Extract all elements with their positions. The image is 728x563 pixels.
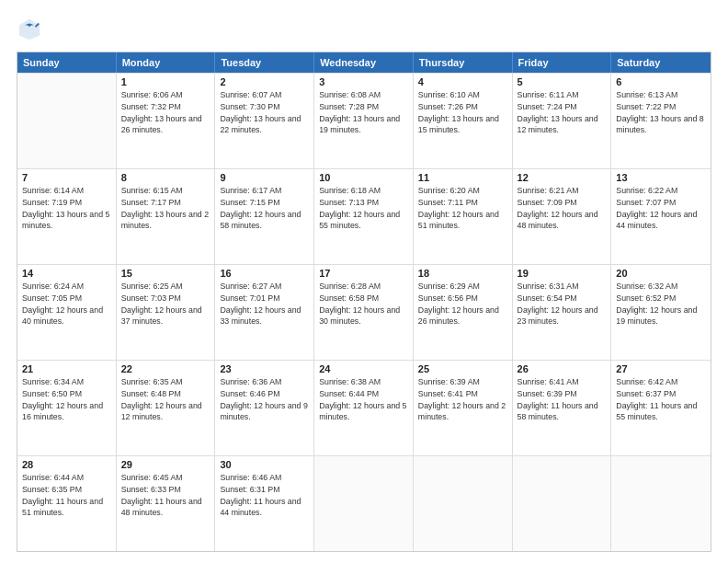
cell-info: Sunrise: 6:21 AMSunset: 7:09 PMDaylight:… <box>518 185 607 232</box>
header-day-thursday: Thursday <box>414 52 513 73</box>
cell-info: Sunrise: 6:10 AMSunset: 7:26 PMDaylight:… <box>418 89 507 136</box>
day-cell-27: 27Sunrise: 6:42 AMSunset: 6:37 PMDayligh… <box>611 361 711 455</box>
cell-info: Sunrise: 6:24 AMSunset: 7:05 PMDaylight:… <box>22 281 111 327</box>
cell-info: Sunrise: 6:22 AMSunset: 7:07 PMDaylight:… <box>616 185 706 232</box>
cell-info: Sunrise: 6:34 AMSunset: 6:50 PMDaylight:… <box>22 376 111 423</box>
day-number: 27 <box>616 363 706 374</box>
cell-info: Sunrise: 6:27 AMSunset: 7:01 PMDaylight:… <box>220 281 309 327</box>
cell-info: Sunrise: 6:39 AMSunset: 6:41 PMDaylight:… <box>418 376 507 423</box>
day-cell-1: 1Sunrise: 6:06 AMSunset: 7:32 PMDaylight… <box>117 74 216 168</box>
header-day-sunday: Sunday <box>17 52 117 73</box>
cell-info: Sunrise: 6:28 AMSunset: 6:58 PMDaylight:… <box>319 281 408 327</box>
cell-info: Sunrise: 6:17 AMSunset: 7:15 PMDaylight:… <box>220 185 309 232</box>
day-number: 22 <box>121 363 210 374</box>
day-number: 15 <box>121 268 210 279</box>
day-number: 2 <box>220 76 309 87</box>
page: SundayMondayTuesdayWednesdayThursdayFrid… <box>0 0 728 563</box>
day-number: 13 <box>616 172 706 183</box>
header-day-tuesday: Tuesday <box>215 52 314 73</box>
day-number: 18 <box>418 268 507 279</box>
calendar-row-5: 28Sunrise: 6:44 AMSunset: 6:35 PMDayligh… <box>17 455 711 551</box>
day-cell-17: 17Sunrise: 6:28 AMSunset: 6:58 PMDayligh… <box>314 265 414 360</box>
day-cell-30: 30Sunrise: 6:46 AMSunset: 6:31 PMDayligh… <box>215 456 314 551</box>
logo <box>17 17 46 42</box>
day-cell-15: 15Sunrise: 6:25 AMSunset: 7:03 PMDayligh… <box>117 265 216 360</box>
day-number: 20 <box>616 268 706 279</box>
empty-cell <box>513 456 612 551</box>
day-cell-20: 20Sunrise: 6:32 AMSunset: 6:52 PMDayligh… <box>611 265 711 360</box>
day-number: 16 <box>220 268 309 279</box>
empty-cell <box>314 456 414 551</box>
cell-info: Sunrise: 6:32 AMSunset: 6:52 PMDaylight:… <box>616 281 706 327</box>
day-cell-26: 26Sunrise: 6:41 AMSunset: 6:39 PMDayligh… <box>513 361 612 455</box>
day-cell-8: 8Sunrise: 6:15 AMSunset: 7:17 PMDaylight… <box>117 169 216 264</box>
day-number: 28 <box>22 459 111 470</box>
calendar: SundayMondayTuesdayWednesdayThursdayFrid… <box>17 52 711 552</box>
cell-info: Sunrise: 6:18 AMSunset: 7:13 PMDaylight:… <box>319 185 408 232</box>
cell-info: Sunrise: 6:38 AMSunset: 6:44 PMDaylight:… <box>319 376 408 423</box>
cell-info: Sunrise: 6:42 AMSunset: 6:37 PMDaylight:… <box>616 376 706 423</box>
cell-info: Sunrise: 6:11 AMSunset: 7:24 PMDaylight:… <box>518 89 607 136</box>
day-number: 4 <box>418 76 507 87</box>
calendar-row-2: 7Sunrise: 6:14 AMSunset: 7:19 PMDaylight… <box>17 168 711 264</box>
day-cell-13: 13Sunrise: 6:22 AMSunset: 7:07 PMDayligh… <box>611 169 711 264</box>
day-number: 19 <box>518 268 607 279</box>
logo-icon <box>17 17 42 42</box>
day-number: 17 <box>319 268 408 279</box>
day-cell-7: 7Sunrise: 6:14 AMSunset: 7:19 PMDaylight… <box>17 169 117 264</box>
svg-marker-0 <box>19 19 40 40</box>
header <box>17 17 711 42</box>
day-number: 14 <box>22 268 111 279</box>
calendar-header: SundayMondayTuesdayWednesdayThursdayFrid… <box>17 52 711 73</box>
cell-info: Sunrise: 6:07 AMSunset: 7:30 PMDaylight:… <box>220 89 309 136</box>
day-number: 6 <box>616 76 706 87</box>
cell-info: Sunrise: 6:29 AMSunset: 6:56 PMDaylight:… <box>418 281 507 327</box>
day-number: 9 <box>220 172 309 183</box>
cell-info: Sunrise: 6:35 AMSunset: 6:48 PMDaylight:… <box>121 376 210 423</box>
cell-info: Sunrise: 6:14 AMSunset: 7:19 PMDaylight:… <box>22 185 111 232</box>
header-day-monday: Monday <box>117 52 216 73</box>
header-day-friday: Friday <box>513 52 612 73</box>
day-number: 23 <box>220 363 309 374</box>
cell-info: Sunrise: 6:06 AMSunset: 7:32 PMDaylight:… <box>121 89 210 136</box>
day-cell-14: 14Sunrise: 6:24 AMSunset: 7:05 PMDayligh… <box>17 265 117 360</box>
day-cell-25: 25Sunrise: 6:39 AMSunset: 6:41 PMDayligh… <box>414 361 513 455</box>
calendar-body: 1Sunrise: 6:06 AMSunset: 7:32 PMDaylight… <box>17 73 711 551</box>
cell-info: Sunrise: 6:08 AMSunset: 7:28 PMDaylight:… <box>319 89 408 136</box>
day-cell-12: 12Sunrise: 6:21 AMSunset: 7:09 PMDayligh… <box>513 169 612 264</box>
day-number: 24 <box>319 363 408 374</box>
day-cell-23: 23Sunrise: 6:36 AMSunset: 6:46 PMDayligh… <box>215 361 314 455</box>
day-number: 21 <box>22 363 111 374</box>
day-cell-28: 28Sunrise: 6:44 AMSunset: 6:35 PMDayligh… <box>17 456 117 551</box>
day-cell-6: 6Sunrise: 6:13 AMSunset: 7:22 PMDaylight… <box>611 74 711 168</box>
day-cell-4: 4Sunrise: 6:10 AMSunset: 7:26 PMDaylight… <box>414 74 513 168</box>
cell-info: Sunrise: 6:31 AMSunset: 6:54 PMDaylight:… <box>518 281 607 327</box>
day-number: 7 <box>22 172 111 183</box>
cell-info: Sunrise: 6:36 AMSunset: 6:46 PMDaylight:… <box>220 376 309 423</box>
day-number: 12 <box>518 172 607 183</box>
day-cell-11: 11Sunrise: 6:20 AMSunset: 7:11 PMDayligh… <box>414 169 513 264</box>
cell-info: Sunrise: 6:25 AMSunset: 7:03 PMDaylight:… <box>121 281 210 327</box>
cell-info: Sunrise: 6:41 AMSunset: 6:39 PMDaylight:… <box>518 376 607 423</box>
day-number: 1 <box>121 76 210 87</box>
day-cell-19: 19Sunrise: 6:31 AMSunset: 6:54 PMDayligh… <box>513 265 612 360</box>
day-number: 29 <box>121 459 210 470</box>
calendar-row-1: 1Sunrise: 6:06 AMSunset: 7:32 PMDaylight… <box>17 73 711 168</box>
empty-cell <box>611 456 711 551</box>
calendar-row-3: 14Sunrise: 6:24 AMSunset: 7:05 PMDayligh… <box>17 264 711 360</box>
empty-cell <box>414 456 513 551</box>
header-day-wednesday: Wednesday <box>314 52 414 73</box>
day-cell-3: 3Sunrise: 6:08 AMSunset: 7:28 PMDaylight… <box>314 74 414 168</box>
cell-info: Sunrise: 6:13 AMSunset: 7:22 PMDaylight:… <box>616 89 706 136</box>
day-cell-24: 24Sunrise: 6:38 AMSunset: 6:44 PMDayligh… <box>314 361 414 455</box>
day-number: 8 <box>121 172 210 183</box>
day-cell-16: 16Sunrise: 6:27 AMSunset: 7:01 PMDayligh… <box>215 265 314 360</box>
cell-info: Sunrise: 6:15 AMSunset: 7:17 PMDaylight:… <box>121 185 210 232</box>
day-number: 3 <box>319 76 408 87</box>
day-number: 10 <box>319 172 408 183</box>
calendar-row-4: 21Sunrise: 6:34 AMSunset: 6:50 PMDayligh… <box>17 360 711 455</box>
day-number: 25 <box>418 363 507 374</box>
day-cell-5: 5Sunrise: 6:11 AMSunset: 7:24 PMDaylight… <box>513 74 612 168</box>
day-number: 26 <box>518 363 607 374</box>
day-cell-9: 9Sunrise: 6:17 AMSunset: 7:15 PMDaylight… <box>215 169 314 264</box>
